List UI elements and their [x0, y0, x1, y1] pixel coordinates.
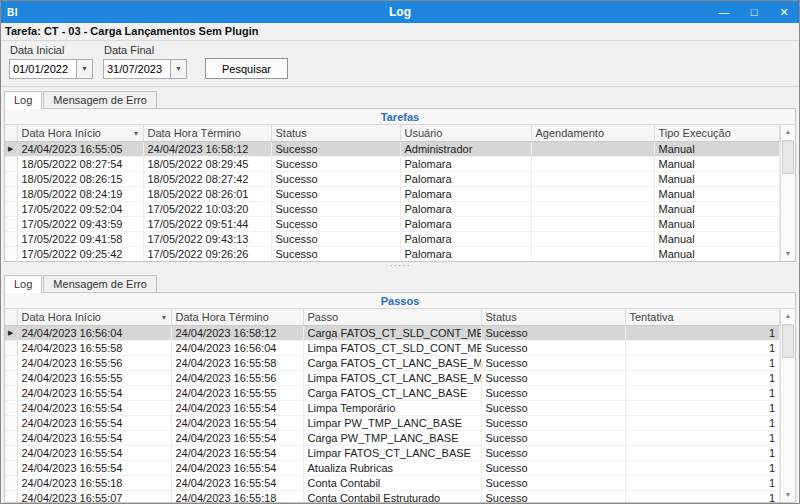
cell[interactable]: 24/04/2023 16:58:12 [143, 141, 271, 156]
data-inicial-input[interactable]: 01/01/2022 ▾ [9, 59, 93, 79]
cell[interactable]: Limpar FATOS_CT_LANC_BASE [303, 445, 481, 460]
panel-splitter[interactable]: ····· [1, 262, 799, 271]
scroll-down-icon[interactable]: ▼ [785, 247, 792, 261]
cell[interactable] [531, 156, 654, 171]
col-header-passo[interactable]: Passo [303, 309, 481, 325]
table-row[interactable]: 24/04/2023 16:55:5424/04/2023 16:55:54Li… [5, 400, 780, 415]
cell[interactable]: Limpa FATOS_CT_LANC_BASE_MES [303, 370, 481, 385]
col-header-tipo-execucao[interactable]: Tipo Execução [654, 125, 780, 141]
cell[interactable]: Conta Contabil Estruturado [303, 490, 481, 502]
cell[interactable]: Limpa FATOS_CT_SLD_CONT_MES [303, 340, 481, 355]
cell[interactable]: 24/04/2023 16:55:54 [17, 445, 171, 460]
scroll-down-icon[interactable]: ▼ [785, 488, 792, 502]
tarefas-vertical-scrollbar[interactable]: ▲ ▼ [780, 125, 795, 261]
cell[interactable]: 18/05/2022 08:26:15 [17, 171, 143, 186]
cell[interactable]: 1 [625, 475, 780, 490]
cell[interactable]: Carga FATOS_CT_LANC_BASE [303, 385, 481, 400]
passos-vertical-scrollbar[interactable]: ▲ ▼ [780, 309, 795, 502]
cell[interactable]: Sucesso [481, 340, 625, 355]
tab-log-passos[interactable]: Log [4, 275, 42, 293]
cell[interactable]: 24/04/2023 16:55:05 [17, 141, 143, 156]
cell[interactable]: Palomara [400, 231, 531, 246]
cell[interactable]: Sucesso [481, 490, 625, 502]
cell[interactable]: 18/05/2022 08:27:42 [143, 171, 271, 186]
cell[interactable]: 24/04/2023 16:55:18 [171, 490, 303, 502]
cell[interactable]: 1 [625, 445, 780, 460]
cell[interactable]: 1 [625, 355, 780, 370]
cell[interactable]: 24/04/2023 16:56:04 [17, 325, 171, 340]
table-row[interactable]: 18/05/2022 08:26:1518/05/2022 08:27:42Su… [5, 171, 780, 186]
cell[interactable]: 24/04/2023 16:55:55 [171, 385, 303, 400]
cell[interactable]: 1 [625, 460, 780, 475]
cell[interactable]: 17/05/2022 10:03:20 [143, 201, 271, 216]
cell[interactable]: Manual [654, 171, 780, 186]
cell[interactable]: 1 [625, 370, 780, 385]
cell[interactable]: 17/05/2022 09:52:04 [17, 201, 143, 216]
cell[interactable]: Sucesso [271, 201, 400, 216]
cell[interactable] [531, 171, 654, 186]
cell[interactable]: 24/04/2023 16:55:54 [17, 385, 171, 400]
cell[interactable]: Sucesso [481, 415, 625, 430]
cell[interactable]: Palomara [400, 171, 531, 186]
cell[interactable]: Sucesso [271, 156, 400, 171]
cell[interactable]: Carga FATOS_CT_SLD_CONT_MES [303, 325, 481, 340]
cell[interactable]: 24/04/2023 16:55:54 [171, 430, 303, 445]
cell[interactable]: 24/04/2023 16:58:12 [171, 325, 303, 340]
pesquisar-button[interactable]: Pesquisar [205, 58, 288, 79]
col-header-data-hora-inicio[interactable]: Data Hora Início▼ [17, 309, 171, 325]
table-row[interactable]: 17/05/2022 09:25:4217/05/2022 09:26:26Su… [5, 246, 780, 261]
cell[interactable]: 24/04/2023 16:55:55 [17, 370, 171, 385]
minimize-button[interactable]: — [709, 1, 739, 23]
cell[interactable]: 24/04/2023 16:55:58 [171, 355, 303, 370]
cell[interactable]: 24/04/2023 16:55:54 [17, 415, 171, 430]
cell[interactable]: 1 [625, 430, 780, 445]
cell[interactable]: 24/04/2023 16:55:07 [17, 490, 171, 502]
cell[interactable]: 24/04/2023 16:55:54 [171, 445, 303, 460]
table-row[interactable]: 18/05/2022 08:27:5418/05/2022 08:29:45Su… [5, 156, 780, 171]
cell[interactable]: 18/05/2022 08:29:45 [143, 156, 271, 171]
cell[interactable]: Sucesso [481, 385, 625, 400]
table-row[interactable]: 24/04/2023 16:55:1824/04/2023 16:55:54Co… [5, 475, 780, 490]
cell[interactable]: Administrador [400, 141, 531, 156]
cell[interactable]: 17/05/2022 09:43:59 [17, 216, 143, 231]
cell[interactable]: 24/04/2023 16:55:54 [17, 400, 171, 415]
col-header-status[interactable]: Status [271, 125, 400, 141]
cell[interactable]: Conta Contabil [303, 475, 481, 490]
cell[interactable]: Sucesso [481, 430, 625, 445]
cell[interactable]: Sucesso [481, 370, 625, 385]
data-final-input[interactable]: 31/07/2023 ▾ [103, 59, 187, 79]
table-row[interactable]: 17/05/2022 09:43:5917/05/2022 09:51:44Su… [5, 216, 780, 231]
table-row[interactable]: 24/04/2023 16:55:5424/04/2023 16:55:54Li… [5, 415, 780, 430]
cell[interactable]: 24/04/2023 16:55:56 [17, 355, 171, 370]
cell[interactable]: 1 [625, 340, 780, 355]
table-row[interactable]: 17/05/2022 09:41:5817/05/2022 09:43:13Su… [5, 231, 780, 246]
cell[interactable]: 1 [625, 490, 780, 502]
col-header-agendamento[interactable]: Agendamento [531, 125, 654, 141]
cell[interactable]: Sucesso [271, 216, 400, 231]
cell[interactable]: 18/05/2022 08:27:54 [17, 156, 143, 171]
data-final-value[interactable]: 31/07/2023 [104, 60, 170, 78]
cell[interactable] [531, 201, 654, 216]
cell[interactable]: 17/05/2022 09:26:26 [143, 246, 271, 261]
cell[interactable]: 17/05/2022 09:51:44 [143, 216, 271, 231]
cell[interactable]: 24/04/2023 16:55:18 [17, 475, 171, 490]
cell[interactable]: 1 [625, 400, 780, 415]
cell[interactable]: Sucesso [481, 400, 625, 415]
table-row[interactable]: 24/04/2023 16:55:5424/04/2023 16:55:55Ca… [5, 385, 780, 400]
scroll-up-icon[interactable]: ▲ [785, 125, 792, 139]
cell[interactable]: Manual [654, 141, 780, 156]
cell[interactable]: Palomara [400, 246, 531, 261]
cell[interactable]: 18/05/2022 08:26:01 [143, 186, 271, 201]
titlebar[interactable]: BI Log — □ ✕ [1, 1, 799, 23]
cell[interactable] [531, 231, 654, 246]
cell[interactable]: Sucesso [481, 355, 625, 370]
col-header-data-hora-termino[interactable]: Data Hora Término [143, 125, 271, 141]
cell[interactable]: 17/05/2022 09:25:42 [17, 246, 143, 261]
scroll-up-icon[interactable]: ▲ [785, 309, 792, 323]
cell[interactable]: 24/04/2023 16:55:54 [171, 460, 303, 475]
cell[interactable]: 24/04/2023 16:55:54 [17, 460, 171, 475]
tab-log-tarefas[interactable]: Log [4, 91, 42, 109]
cell[interactable]: 24/04/2023 16:55:54 [171, 400, 303, 415]
maximize-button[interactable]: □ [739, 1, 769, 23]
cell[interactable]: Sucesso [481, 475, 625, 490]
